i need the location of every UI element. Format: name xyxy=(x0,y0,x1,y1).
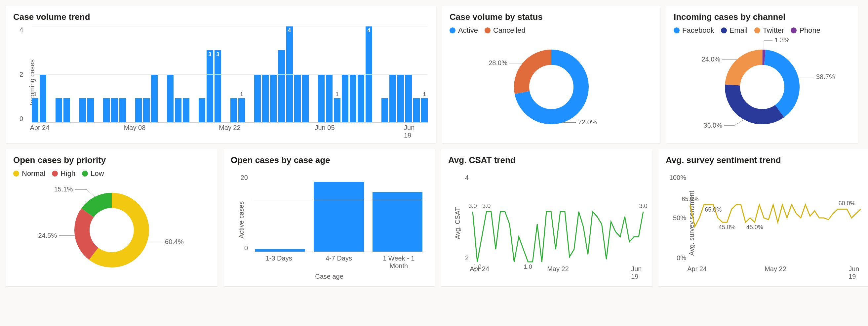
bar[interactable]: 1 xyxy=(334,98,340,122)
bar[interactable] xyxy=(405,75,412,123)
data-label: 1 xyxy=(423,92,426,97)
donut-slice[interactable] xyxy=(88,200,112,213)
bar[interactable] xyxy=(302,75,309,123)
donut-slice[interactable] xyxy=(82,213,94,254)
x-tick: May 22 xyxy=(765,265,786,273)
legend-swatch xyxy=(450,27,456,33)
legend-label: Normal xyxy=(22,169,45,178)
data-label: 1 xyxy=(240,92,243,97)
bar[interactable] xyxy=(87,98,94,122)
bar[interactable] xyxy=(350,75,356,123)
donut-slice[interactable] xyxy=(522,57,551,93)
legend-item: Facebook xyxy=(674,26,714,35)
bar[interactable]: 1 xyxy=(421,98,428,122)
bar[interactable] xyxy=(111,98,118,122)
x-tick: 1-3 Days xyxy=(253,255,304,270)
bar[interactable] xyxy=(175,98,182,122)
y-tick: 50% xyxy=(673,214,686,222)
bar[interactable] xyxy=(413,98,420,122)
bar[interactable] xyxy=(56,98,62,122)
plot-area: 3.01.03.01.03.0 xyxy=(473,174,643,262)
legend: ActiveCancelled xyxy=(450,26,653,35)
bar[interactable] xyxy=(40,75,46,123)
bar[interactable] xyxy=(294,75,301,123)
legend-item: Cancelled xyxy=(485,26,526,35)
x-tick: 1 Week - 1 Month xyxy=(373,255,425,270)
bar[interactable] xyxy=(167,75,174,123)
data-label: 45.0% xyxy=(719,224,736,231)
legend-swatch xyxy=(721,27,727,33)
bar[interactable] xyxy=(119,98,126,122)
bar[interactable] xyxy=(342,75,348,123)
bar[interactable] xyxy=(199,98,205,122)
data-label: 3.0 xyxy=(639,203,647,210)
y-tick: 0 xyxy=(244,244,248,252)
bar[interactable] xyxy=(373,192,423,251)
legend-item: Phone xyxy=(790,26,820,35)
card-open-cases-by-case-age: Open cases by case age Active cases 200 … xyxy=(223,149,435,286)
legend-item: Active xyxy=(450,26,478,35)
chart-title: Avg. CSAT trend xyxy=(448,155,645,165)
data-label: 38.7% xyxy=(816,73,835,81)
legend-label: Email xyxy=(730,26,748,35)
y-axis-ticks: 200 xyxy=(238,174,248,252)
legend-label: Low xyxy=(91,169,104,178)
line-series[interactable] xyxy=(473,212,643,262)
chart-title: Case volume trend xyxy=(13,12,429,22)
bar[interactable] xyxy=(230,98,237,122)
x-axis-label: Case age xyxy=(231,273,428,280)
x-tick: May 08 xyxy=(124,124,146,131)
card-open-cases-by-priority: Open cases by priority NormalHighLow 60.… xyxy=(6,149,217,286)
x-tick: May 22 xyxy=(219,124,241,131)
legend-item: Email xyxy=(721,26,748,35)
bar[interactable] xyxy=(314,182,364,252)
x-tick: May 22 xyxy=(547,265,569,273)
y-tick: 4 xyxy=(465,174,469,181)
chart-title: Open cases by case age xyxy=(231,155,428,165)
legend-label: High xyxy=(61,169,75,178)
bar[interactable] xyxy=(381,98,388,122)
bar[interactable] xyxy=(79,98,86,122)
legend-swatch xyxy=(13,171,19,177)
card-avg-survey-sentiment-trend: Avg. survey sentiment trend Avg. survey … xyxy=(658,149,868,286)
donut-slice[interactable] xyxy=(765,57,792,111)
x-axis-ticks: Apr 24May 22Jun 19 xyxy=(473,265,643,274)
donut-slice[interactable] xyxy=(733,57,762,85)
bar[interactable] xyxy=(151,75,158,123)
line-chart: Avg. survey sentiment 100%50%0% 65.0%65.… xyxy=(666,169,863,282)
bar[interactable] xyxy=(358,75,364,123)
legend-swatch xyxy=(485,27,491,33)
legend: NormalHighLow xyxy=(13,169,210,178)
bar[interactable]: 3 xyxy=(207,50,213,122)
x-tick: Jun 05 xyxy=(315,124,335,131)
data-label: 3 xyxy=(217,52,219,58)
bar[interactable] xyxy=(262,75,269,123)
bar[interactable] xyxy=(135,98,142,122)
bar[interactable] xyxy=(103,98,110,122)
bar[interactable] xyxy=(397,75,404,123)
bar[interactable]: 1 xyxy=(238,98,245,122)
bar[interactable] xyxy=(318,75,324,123)
bar[interactable] xyxy=(270,75,277,123)
data-label: 28.0% xyxy=(489,59,507,67)
donut-slice[interactable] xyxy=(733,85,779,117)
bar[interactable]: 3 xyxy=(215,50,221,122)
bar[interactable] xyxy=(326,75,333,123)
bar[interactable] xyxy=(255,249,305,251)
legend-label: Phone xyxy=(799,26,820,35)
bar[interactable] xyxy=(254,75,261,123)
bar[interactable] xyxy=(278,50,285,122)
data-label: 1 xyxy=(34,92,37,97)
legend-item: Twitter xyxy=(754,26,784,35)
bar[interactable]: 1 xyxy=(32,98,38,122)
bar[interactable] xyxy=(63,98,70,122)
data-label: 36.0% xyxy=(703,122,722,129)
legend-label: Active xyxy=(458,26,478,35)
x-tick: Apr 24 xyxy=(30,124,49,131)
legend-item: High xyxy=(52,169,75,178)
bar[interactable] xyxy=(183,98,189,122)
bar[interactable] xyxy=(390,75,396,123)
y-axis-ticks: 42 xyxy=(458,174,469,262)
plot-area xyxy=(253,174,425,252)
bar[interactable] xyxy=(143,98,150,122)
